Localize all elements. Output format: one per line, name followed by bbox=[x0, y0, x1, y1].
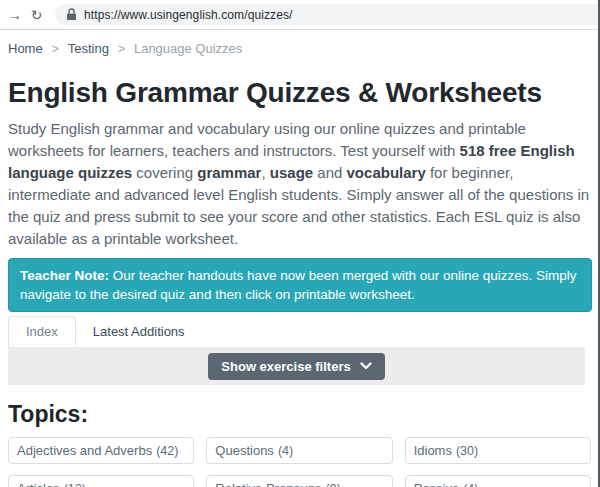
breadcrumb-home[interactable]: Home bbox=[8, 41, 43, 56]
intro-bold-grammar: grammar bbox=[197, 164, 261, 181]
topic-count: (42) bbox=[156, 444, 178, 458]
topic-passive[interactable]: Passive(4) bbox=[405, 475, 591, 487]
intro-text: , bbox=[261, 164, 269, 181]
topics-heading: Topics: bbox=[8, 401, 592, 428]
topic-label: Questions bbox=[215, 443, 274, 458]
topic-count: (4) bbox=[278, 444, 293, 458]
topic-idioms[interactable]: Idioms(30) bbox=[405, 437, 591, 464]
lock-icon bbox=[66, 8, 77, 21]
chevron-down-icon bbox=[360, 362, 372, 370]
topic-articles[interactable]: Articles(12) bbox=[8, 475, 194, 487]
intro-bold-vocabulary: vocabulary bbox=[347, 164, 426, 181]
tab-latest-additions[interactable]: Latest Additions bbox=[76, 317, 202, 347]
intro-text: Study English grammar and vocabulary usi… bbox=[8, 120, 526, 159]
reload-icon[interactable]: ↻ bbox=[28, 8, 45, 22]
topic-count: (12) bbox=[64, 482, 86, 487]
forward-icon[interactable]: → bbox=[6, 7, 23, 22]
breadcrumb-separator: > bbox=[118, 42, 125, 56]
browser-toolbar: → ↻ https://www.usingenglish.com/quizzes… bbox=[0, 0, 600, 30]
filter-bar: Show exercise filters bbox=[8, 347, 585, 385]
address-bar[interactable]: https://www.usingenglish.com/quizzes/ bbox=[55, 4, 600, 25]
show-exercise-filters-button[interactable]: Show exercise filters bbox=[208, 353, 384, 380]
intro-text: and bbox=[313, 164, 346, 181]
url-text: https://www.usingenglish.com/quizzes/ bbox=[84, 8, 292, 22]
intro-text: covering bbox=[132, 164, 197, 181]
tab-index[interactable]: Index bbox=[8, 316, 76, 347]
topic-questions[interactable]: Questions(4) bbox=[206, 437, 392, 464]
topic-label: Passive bbox=[414, 481, 460, 487]
page-title: English Grammar Quizzes & Worksheets bbox=[8, 77, 592, 109]
topic-count: (9) bbox=[326, 482, 341, 487]
topic-count: (30) bbox=[456, 444, 478, 458]
breadcrumb-testing[interactable]: Testing bbox=[68, 41, 109, 56]
breadcrumb: Home > Testing > Language Quizzes bbox=[8, 41, 592, 56]
intro-paragraph: Study English grammar and vocabulary usi… bbox=[8, 118, 592, 250]
breadcrumb-separator: > bbox=[52, 42, 59, 56]
tab-bar: Index Latest Additions bbox=[8, 316, 592, 347]
intro-bold-usage: usage bbox=[270, 164, 313, 181]
topic-label: Idioms bbox=[414, 443, 452, 458]
topic-count: (4) bbox=[463, 482, 478, 487]
breadcrumb-current: Language Quizzes bbox=[134, 41, 242, 56]
topic-label: Relative Pronouns bbox=[215, 481, 321, 487]
teacher-note-banner: Teacher Note: Our teacher handouts have … bbox=[8, 258, 592, 312]
show-exercise-filters-label: Show exercise filters bbox=[221, 359, 350, 374]
topics-grid: Adjectives and Adverbs(42) Questions(4) … bbox=[8, 437, 592, 487]
topic-label: Adjectives and Adverbs bbox=[17, 443, 152, 458]
topic-adjectives-and-adverbs[interactable]: Adjectives and Adverbs(42) bbox=[8, 437, 194, 464]
topic-label: Articles bbox=[17, 481, 60, 487]
teacher-note-label: Teacher Note: bbox=[20, 268, 109, 283]
topic-relative-pronouns[interactable]: Relative Pronouns(9) bbox=[206, 475, 392, 487]
